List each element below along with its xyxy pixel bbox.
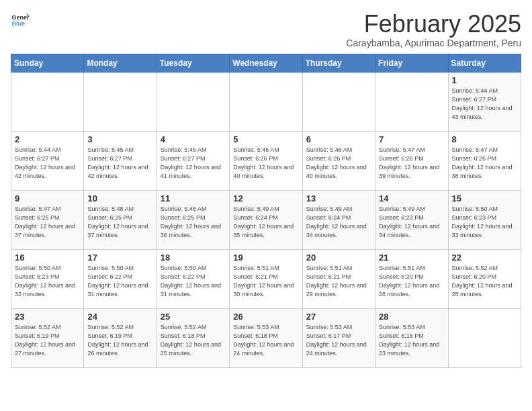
day-info: Sunrise: 5:50 AM Sunset: 6:23 PM Dayligh… [15,264,80,299]
calendar-subtitle: Caraybamba, Apurimac Department, Peru [346,38,521,48]
calendar-cell: 8Sunrise: 5:47 AM Sunset: 6:26 PM Daylig… [448,131,521,190]
day-info: Sunrise: 5:46 AM Sunset: 6:26 PM Dayligh… [306,146,371,181]
day-number: 23 [15,312,80,322]
calendar-cell: 4Sunrise: 5:45 AM Sunset: 6:27 PM Daylig… [157,131,229,190]
calendar-cell: 19Sunrise: 5:51 AM Sunset: 6:21 PM Dayli… [230,249,302,308]
day-number: 2 [15,134,80,144]
calendar-cell [157,72,229,131]
logo-icon: General Blue [11,11,30,30]
calendar-cell: 16Sunrise: 5:50 AM Sunset: 6:23 PM Dayli… [11,249,84,308]
calendar-cell [302,72,375,131]
day-info: Sunrise: 5:50 AM Sunset: 6:23 PM Dayligh… [452,205,517,240]
week-row-3: 9Sunrise: 5:47 AM Sunset: 6:25 PM Daylig… [11,190,521,249]
day-number: 13 [306,193,371,203]
weekday-wednesday: Wednesday [230,54,302,72]
weekday-tuesday: Tuesday [157,54,229,72]
logo: General Blue [11,11,30,30]
week-row-2: 2Sunrise: 5:44 AM Sunset: 6:27 PM Daylig… [11,131,521,190]
day-number: 26 [233,312,298,322]
day-number: 6 [306,134,371,144]
day-info: Sunrise: 5:51 AM Sunset: 6:21 PM Dayligh… [306,264,371,299]
day-info: Sunrise: 5:47 AM Sunset: 6:26 PM Dayligh… [379,146,444,181]
day-number: 20 [306,253,371,263]
weekday-thursday: Thursday [302,54,375,72]
calendar-cell: 3Sunrise: 5:45 AM Sunset: 6:27 PM Daylig… [84,131,157,190]
day-number: 3 [87,134,152,144]
calendar-cell: 20Sunrise: 5:51 AM Sunset: 6:21 PM Dayli… [302,249,375,308]
week-row-4: 16Sunrise: 5:50 AM Sunset: 6:23 PM Dayli… [11,249,521,308]
day-info: Sunrise: 5:47 AM Sunset: 6:25 PM Dayligh… [15,205,80,240]
calendar-cell [230,72,302,131]
day-number: 17 [87,253,152,263]
calendar-cell [84,72,157,131]
day-number: 19 [233,253,298,263]
day-info: Sunrise: 5:50 AM Sunset: 6:22 PM Dayligh… [161,264,226,299]
day-info: Sunrise: 5:47 AM Sunset: 6:26 PM Dayligh… [452,146,517,181]
day-number: 21 [379,253,444,263]
calendar-cell: 9Sunrise: 5:47 AM Sunset: 6:25 PM Daylig… [11,190,84,249]
calendar-cell: 6Sunrise: 5:46 AM Sunset: 6:26 PM Daylig… [302,131,375,190]
day-info: Sunrise: 5:52 AM Sunset: 6:18 PM Dayligh… [161,323,226,358]
calendar-cell: 27Sunrise: 5:53 AM Sunset: 6:17 PM Dayli… [302,308,375,367]
calendar-cell: 26Sunrise: 5:53 AM Sunset: 6:18 PM Dayli… [230,308,302,367]
calendar-title: February 2025 [346,11,521,38]
calendar-cell: 2Sunrise: 5:44 AM Sunset: 6:27 PM Daylig… [11,131,84,190]
calendar-table: SundayMondayTuesdayWednesdayThursdayFrid… [11,54,521,368]
calendar-cell: 13Sunrise: 5:49 AM Sunset: 6:24 PM Dayli… [302,190,375,249]
day-number: 9 [15,193,80,203]
calendar-cell [448,308,521,367]
day-number: 8 [452,134,517,144]
calendar-cell: 28Sunrise: 5:53 AM Sunset: 6:16 PM Dayli… [375,308,448,367]
day-info: Sunrise: 5:52 AM Sunset: 6:19 PM Dayligh… [15,323,80,358]
day-info: Sunrise: 5:49 AM Sunset: 6:24 PM Dayligh… [233,205,298,240]
day-info: Sunrise: 5:49 AM Sunset: 6:24 PM Dayligh… [306,205,371,240]
calendar-cell: 24Sunrise: 5:52 AM Sunset: 6:19 PM Dayli… [84,308,157,367]
day-info: Sunrise: 5:51 AM Sunset: 6:20 PM Dayligh… [379,264,444,299]
day-number: 5 [233,134,298,144]
day-number: 14 [379,193,444,203]
calendar-cell [11,72,84,131]
day-info: Sunrise: 5:48 AM Sunset: 6:25 PM Dayligh… [161,205,226,240]
week-row-1: 1Sunrise: 5:44 AM Sunset: 6:27 PM Daylig… [11,72,521,131]
weekday-saturday: Saturday [448,54,521,72]
day-number: 16 [15,253,80,263]
calendar-cell: 25Sunrise: 5:52 AM Sunset: 6:18 PM Dayli… [157,308,229,367]
calendar-cell: 1Sunrise: 5:44 AM Sunset: 6:27 PM Daylig… [448,72,521,131]
day-info: Sunrise: 5:53 AM Sunset: 6:18 PM Dayligh… [233,323,298,358]
calendar-cell: 22Sunrise: 5:52 AM Sunset: 6:20 PM Dayli… [448,249,521,308]
day-number: 10 [87,193,152,203]
weekday-sunday: Sunday [11,54,84,72]
day-number: 28 [379,312,444,322]
day-number: 1 [452,75,517,85]
day-number: 12 [233,193,298,203]
day-info: Sunrise: 5:50 AM Sunset: 6:22 PM Dayligh… [87,264,152,299]
calendar-cell: 15Sunrise: 5:50 AM Sunset: 6:23 PM Dayli… [448,190,521,249]
day-info: Sunrise: 5:45 AM Sunset: 6:27 PM Dayligh… [161,146,226,181]
day-info: Sunrise: 5:52 AM Sunset: 6:20 PM Dayligh… [452,264,517,299]
calendar-cell: 18Sunrise: 5:50 AM Sunset: 6:22 PM Dayli… [157,249,229,308]
day-info: Sunrise: 5:53 AM Sunset: 6:16 PM Dayligh… [379,323,444,358]
day-info: Sunrise: 5:44 AM Sunset: 6:27 PM Dayligh… [15,146,80,181]
calendar-cell: 21Sunrise: 5:51 AM Sunset: 6:20 PM Dayli… [375,249,448,308]
calendar-cell: 10Sunrise: 5:48 AM Sunset: 6:25 PM Dayli… [84,190,157,249]
day-number: 15 [452,193,517,203]
calendar-cell: 14Sunrise: 5:49 AM Sunset: 6:23 PM Dayli… [375,190,448,249]
calendar-cell [375,72,448,131]
calendar-cell: 12Sunrise: 5:49 AM Sunset: 6:24 PM Dayli… [230,190,302,249]
day-number: 7 [379,134,444,144]
day-number: 18 [161,253,226,263]
day-info: Sunrise: 5:44 AM Sunset: 6:27 PM Dayligh… [452,87,517,122]
day-number: 4 [161,134,226,144]
calendar-cell: 23Sunrise: 5:52 AM Sunset: 6:19 PM Dayli… [11,308,84,367]
day-info: Sunrise: 5:48 AM Sunset: 6:25 PM Dayligh… [87,205,152,240]
day-number: 25 [161,312,226,322]
calendar-body: 1Sunrise: 5:44 AM Sunset: 6:27 PM Daylig… [11,72,521,367]
title-area: February 2025 Caraybamba, Apurimac Depar… [346,11,521,48]
svg-text:Blue: Blue [11,20,25,27]
calendar-cell: 7Sunrise: 5:47 AM Sunset: 6:26 PM Daylig… [375,131,448,190]
day-info: Sunrise: 5:53 AM Sunset: 6:17 PM Dayligh… [306,323,371,358]
day-number: 22 [452,253,517,263]
day-info: Sunrise: 5:49 AM Sunset: 6:23 PM Dayligh… [379,205,444,240]
calendar-cell: 17Sunrise: 5:50 AM Sunset: 6:22 PM Dayli… [84,249,157,308]
day-info: Sunrise: 5:52 AM Sunset: 6:19 PM Dayligh… [87,323,152,358]
